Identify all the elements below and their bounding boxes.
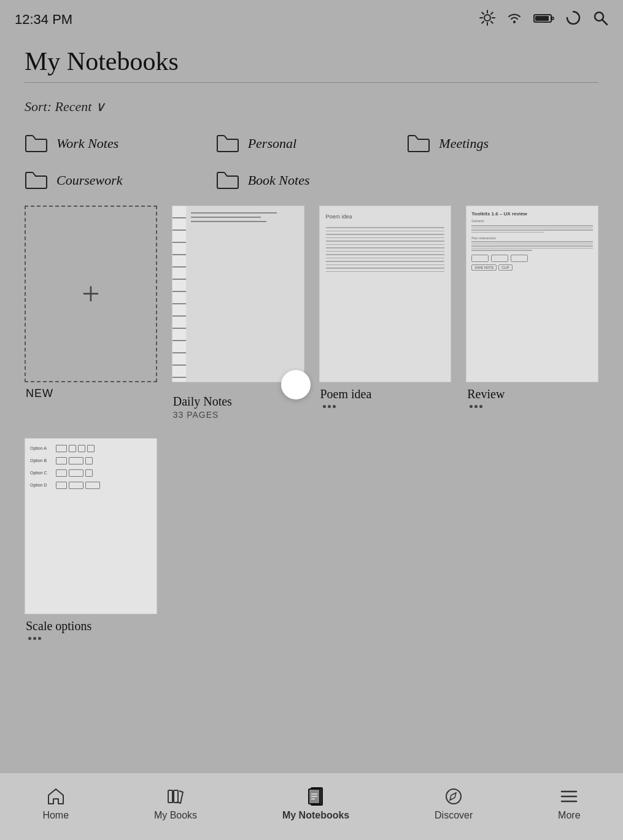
folder-name: Coursework [56, 172, 123, 188]
svg-marker-26 [450, 793, 456, 800]
notebooks-icon [306, 787, 326, 806]
home-icon [46, 787, 66, 806]
notebook-name: Scale options [25, 619, 157, 633]
sort-button[interactable]: Sort: Recent ∨ [25, 99, 105, 115]
folder-icon [407, 134, 430, 153]
svg-rect-11 [535, 16, 549, 21]
nav-label-discover: Discover [435, 810, 473, 821]
wifi-icon [506, 12, 522, 28]
sort-row: Sort: Recent ∨ [0, 90, 623, 123]
daily-notes-thumb [172, 206, 304, 382]
svg-point-9 [513, 21, 516, 23]
books-icon [166, 787, 185, 806]
svg-rect-18 [168, 790, 172, 803]
svg-point-0 [484, 15, 490, 21]
notebook-item-review[interactable]: Toolkits 1.6 – UX review Generic Pan int… [466, 206, 598, 420]
daily-notes-thumb-wrapper [172, 206, 304, 387]
notebook-options-active[interactable] [281, 370, 311, 399]
folder-icon [25, 134, 48, 153]
folder-item-book-notes[interactable]: Book Notes [216, 165, 408, 196]
svg-line-8 [482, 21, 484, 23]
status-bar: 12:34 PM [0, 0, 623, 37]
notebook-item-scale-options[interactable]: Option A Option B [25, 438, 157, 643]
svg-rect-19 [174, 790, 178, 803]
notebooks-section: + NEW [0, 196, 623, 642]
brightness-icon[interactable] [479, 10, 495, 29]
nav-label-my-notebooks: My Notebooks [282, 810, 349, 821]
nav-item-my-books[interactable]: My Books [142, 782, 209, 826]
svg-line-17 [603, 20, 608, 25]
svg-point-25 [446, 789, 461, 804]
discover-icon [444, 787, 463, 806]
notebook-name: Poem idea [319, 387, 452, 401]
folder-item-coursework[interactable]: Coursework [25, 165, 216, 196]
folder-name: Personal [248, 136, 296, 152]
poem-lines: Poem idea [320, 206, 451, 279]
review-content: Toolkits 1.6 – UX review Generic Pan int… [466, 206, 598, 276]
poem-idea-thumb: Poem idea [319, 206, 452, 382]
refresh-icon[interactable] [565, 10, 581, 29]
notebook-options-dots[interactable] [319, 403, 452, 410]
folder-name: Meetings [439, 136, 489, 152]
poem-thumb-title: Poem idea [326, 214, 445, 220]
nav-label-my-books: My Books [154, 810, 197, 821]
more-icon [559, 787, 579, 806]
notebook-item-poem-idea[interactable]: Poem idea Poem idea [319, 206, 452, 420]
nav-label-home: Home [42, 810, 69, 821]
new-notebook-label: NEW [25, 387, 157, 400]
page-header: My Notebooks [0, 37, 623, 90]
folder-item-meetings[interactable]: Meetings [407, 128, 598, 159]
folder-icon [216, 134, 239, 153]
scale-content: Option A Option B [25, 439, 157, 495]
nav-label-more: More [558, 810, 580, 821]
notebook-pages: 33 PAGES [172, 410, 304, 420]
folder-name: Work Notes [56, 136, 118, 152]
search-icon[interactable] [592, 10, 608, 29]
notebook-item-daily-notes[interactable]: Daily Notes 33 PAGES [172, 206, 304, 420]
notebook-item-new[interactable]: + NEW [25, 206, 157, 420]
header-divider [25, 82, 598, 83]
notebook-name: Daily Notes [172, 395, 304, 409]
status-icons [479, 10, 608, 29]
folders-section: Work Notes Personal Meetings Coursework [0, 123, 623, 196]
new-notebook-thumb[interactable]: + [25, 206, 157, 382]
notebook-options-dots[interactable] [466, 403, 598, 410]
svg-line-7 [491, 12, 493, 14]
add-icon: + [82, 278, 99, 310]
folder-icon [216, 171, 239, 190]
svg-line-6 [491, 21, 493, 23]
scale-options-thumb: Option A Option B [25, 438, 157, 615]
nav-item-more[interactable]: More [546, 782, 592, 826]
folder-item-work-notes[interactable]: Work Notes [25, 128, 216, 159]
folder-icon [25, 171, 48, 190]
svg-line-5 [482, 12, 484, 14]
folder-item-personal[interactable]: Personal [216, 128, 408, 159]
folder-name: Book Notes [248, 172, 310, 188]
nav-item-my-notebooks[interactable]: My Notebooks [270, 782, 362, 826]
battery-icon [533, 12, 554, 28]
status-time: 12:34 PM [15, 12, 72, 28]
bottom-nav: Home My Books My Notebooks Discover [0, 773, 623, 840]
page-title: My Notebooks [25, 47, 598, 76]
nav-item-home[interactable]: Home [30, 782, 81, 826]
nav-item-discover[interactable]: Discover [422, 782, 485, 826]
notebook-name: Review [466, 387, 598, 401]
review-thumb: Toolkits 1.6 – UX review Generic Pan int… [466, 206, 598, 382]
daily-notes-inner [186, 206, 304, 382]
notebook-options-dots[interactable] [25, 634, 157, 642]
